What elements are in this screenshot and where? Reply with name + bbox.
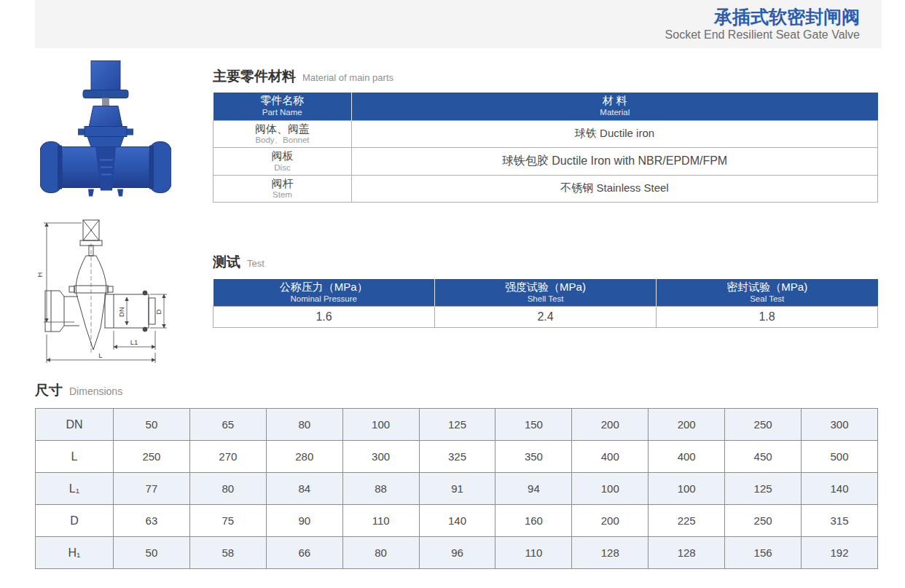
dim-cell: 94 <box>495 473 572 505</box>
dim-cell: 140 <box>802 473 878 505</box>
datasheet-page: { "page": { "title_cn": "承插式软密封闸阀", "tit… <box>0 0 905 588</box>
dim-cell: 91 <box>419 473 495 505</box>
dim-cell: 156 <box>725 537 802 569</box>
dim-cell: 50 <box>114 537 190 569</box>
material-cell: 球铁包胶 Ductile Iron with NBR/EPDM/FPM <box>352 148 878 176</box>
test-header-row: 公称压力（MPa） Nominal Pressure 强度试验（MPa) She… <box>213 279 878 306</box>
part-cn: 阀体、阀盖 <box>213 122 351 136</box>
dim-cell: 300 <box>802 409 878 441</box>
dim-cell: 66 <box>266 537 342 569</box>
dim-label-h: H <box>38 272 44 277</box>
row-label: DN <box>36 409 114 441</box>
test-section: 测试 Test 公称压力（MPa） Nominal Pressure 强度试验（… <box>213 253 878 328</box>
test-heading-cn: 测试 <box>213 253 240 272</box>
col-shell-test: 强度试验（MPa) Shell Test <box>435 279 657 306</box>
dimensions-section: 尺寸 Dimensions DN 50 65 80 100 125 150 20… <box>35 381 878 569</box>
dim-cell: 270 <box>189 441 266 473</box>
part-en: Body、Bonnet <box>213 136 351 146</box>
dim-cell: 200 <box>572 409 649 441</box>
dimensions-heading-en: Dimensions <box>69 385 122 397</box>
gate-valve-line-drawing: H DN D L1 L <box>38 213 173 370</box>
dim-cell: 200 <box>649 409 725 441</box>
nominal-pressure-value: 1.6 <box>213 306 435 327</box>
dim-cell: 192 <box>802 537 878 569</box>
table-row: 阀板 Disc 球铁包胶 Ductile Iron with NBR/EPDM/… <box>213 148 878 176</box>
materials-section: 主要零件材料 Material of main parts 零件名称 Part … <box>213 67 878 203</box>
col-seal-test: 密封试验（MPa) Seal Test <box>657 279 878 306</box>
dim-cell: 315 <box>802 505 878 537</box>
dim-cell: 100 <box>649 473 725 505</box>
part-name-cell: 阀杆 Stem <box>213 175 352 203</box>
part-cn: 阀板 <box>213 149 351 163</box>
dim-cell: 125 <box>419 409 495 441</box>
dim-cell: 77 <box>114 473 190 505</box>
table-row-l: L 250 270 280 300 325 350 400 400 450 50… <box>36 441 878 473</box>
part-en: Stem <box>213 190 351 200</box>
dim-cell: 400 <box>649 441 725 473</box>
dim-cell: 80 <box>266 409 342 441</box>
col-en: Shell Test <box>435 294 656 305</box>
table-row: 阀杆 Stem 不锈钢 Stainless Steel <box>213 175 878 203</box>
dimensions-heading: 尺寸 Dimensions <box>35 381 878 400</box>
dim-cell: 125 <box>725 473 802 505</box>
dim-cell: 80 <box>189 473 266 505</box>
dim-cell: 200 <box>572 505 649 537</box>
title-band: 承插式软密封闸阀 Socket End Resilient Seat Gate … <box>35 0 882 48</box>
col-part-name: 零件名称 Part Name <box>213 93 352 120</box>
test-table: 公称压力（MPa） Nominal Pressure 强度试验（MPa) She… <box>213 279 878 328</box>
table-row-dn: DN 50 65 80 100 125 150 200 200 250 300 <box>36 409 878 441</box>
row-label: L <box>36 441 114 473</box>
dim-cell: 75 <box>189 505 266 537</box>
col-part-name-en: Part Name <box>213 108 352 118</box>
dim-cell: 100 <box>572 473 649 505</box>
dim-cell: 250 <box>725 409 802 441</box>
test-heading: 测试 Test <box>213 253 878 272</box>
col-cn: 公称压力（MPa） <box>213 281 435 294</box>
row-label: L₁ <box>36 473 114 505</box>
dim-cell: 400 <box>572 441 649 473</box>
col-material: 材 料 Material <box>352 93 878 120</box>
dim-cell: 58 <box>189 537 266 569</box>
dim-cell: 128 <box>649 537 725 569</box>
dim-cell: 280 <box>266 441 342 473</box>
materials-header-row: 零件名称 Part Name 材 料 Material <box>213 93 878 120</box>
col-material-en: Material <box>352 108 878 118</box>
dimensions-table: DN 50 65 80 100 125 150 200 200 250 300 … <box>35 408 878 569</box>
dim-cell: 250 <box>114 441 190 473</box>
col-en: Nominal Pressure <box>213 294 435 305</box>
col-en: Seal Test <box>657 294 878 305</box>
dim-cell: 84 <box>266 473 342 505</box>
material-cell: 不锈钢 Stainless Steel <box>352 175 878 203</box>
dimensions-heading-cn: 尺寸 <box>35 381 63 400</box>
part-cn: 阀杆 <box>213 177 351 191</box>
dim-cell: 225 <box>649 505 725 537</box>
dim-cell: 325 <box>419 441 495 473</box>
seal-test-value: 1.8 <box>657 306 878 327</box>
material-value: 不锈钢 Stainless Steel <box>560 181 668 194</box>
material-value: 球铁 Ductile iron <box>575 127 654 139</box>
dim-cell: 300 <box>342 441 419 473</box>
dim-cell: 128 <box>572 537 649 569</box>
page-title-cn: 承插式软密封闸阀 <box>714 7 860 28</box>
test-values-row: 1.6 2.4 1.8 <box>213 306 878 327</box>
gate-valve-photo-illustration <box>40 58 171 210</box>
materials-table: 零件名称 Part Name 材 料 Material 阀体、阀盖 Body、B… <box>213 93 878 203</box>
part-name-cell: 阀板 Disc <box>213 148 352 176</box>
dim-cell: 80 <box>342 537 419 569</box>
valve-technical-drawing: H DN D L1 L <box>38 213 173 370</box>
dim-cell: 110 <box>342 505 419 537</box>
dim-label-d: D <box>154 309 162 314</box>
material-cell: 球铁 Ductile iron <box>352 120 878 148</box>
materials-heading-en: Material of main parts <box>302 72 393 83</box>
dim-cell: 96 <box>419 537 495 569</box>
dim-label-l1: L1 <box>130 338 138 346</box>
dim-cell: 100 <box>342 409 419 441</box>
dim-cell: 450 <box>725 441 802 473</box>
table-row-l1: L₁ 77 80 84 88 91 94 100 100 125 140 <box>36 473 878 505</box>
dim-cell: 350 <box>495 441 572 473</box>
dim-cell: 110 <box>495 537 572 569</box>
dim-label-l: L <box>98 351 102 359</box>
dim-cell: 500 <box>802 441 878 473</box>
material-value: 球铁包胶 Ductile Iron with NBR/EPDM/FPM <box>502 154 727 167</box>
materials-heading: 主要零件材料 Material of main parts <box>213 67 878 86</box>
